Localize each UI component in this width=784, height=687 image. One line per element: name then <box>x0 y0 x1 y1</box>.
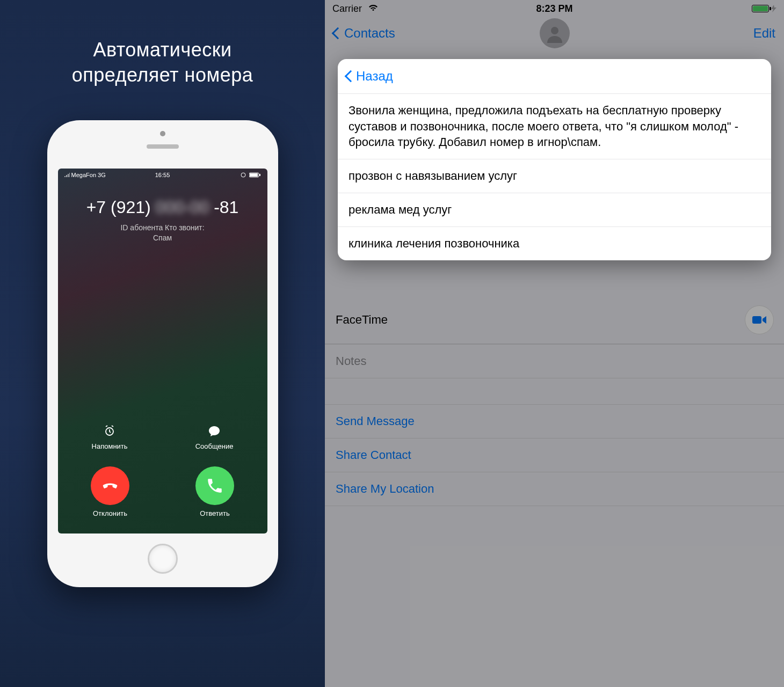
battery-icon <box>249 172 261 178</box>
phone-camera-dot <box>160 131 165 136</box>
remind-button[interactable]: Напомнить <box>92 424 128 450</box>
phone-icon <box>206 477 224 495</box>
alarm-clock-icon <box>103 424 117 438</box>
inner-status-bar: MegaFon 3G 16:55 <box>58 169 267 181</box>
svg-rect-2 <box>250 173 258 177</box>
chevron-left-icon <box>345 70 357 83</box>
decline-button[interactable]: Отклонить <box>91 466 129 517</box>
inner-carrier: MegaFon 3G <box>64 172 106 178</box>
headline-line-2: определяет номера <box>72 63 253 88</box>
phone-down-icon <box>100 476 120 495</box>
inner-time: 16:55 <box>155 172 170 178</box>
caller-id-label: ID абонента Кто звонит: Спам <box>58 223 267 244</box>
promo-headline: Автоматически определяет номера <box>72 38 253 88</box>
headline-line-1: Автоматически <box>72 38 253 63</box>
message-bubble-icon <box>207 424 221 438</box>
report-item[interactable]: клиника лечения позвоночника <box>338 227 771 260</box>
popover-back-button[interactable]: Назад <box>338 59 771 94</box>
incoming-number: +7 (921) 000-00 -81 <box>58 198 267 217</box>
number-blurred: 000-00 <box>156 198 209 217</box>
call-actions: Напомнить Сообщение Отклонить <box>58 424 267 517</box>
home-button[interactable] <box>148 544 178 574</box>
svg-rect-3 <box>259 174 260 176</box>
decline-circle <box>91 466 129 505</box>
svg-point-0 <box>241 173 245 177</box>
message-button[interactable]: Сообщение <box>195 424 234 450</box>
reports-popover: Назад Звонила женщина, предложила подъех… <box>338 59 771 260</box>
accept-circle <box>195 466 234 505</box>
app-screen: Carrier 8:23 PM Contacts Edit FaceTime N… <box>325 0 784 687</box>
phone-screen: MegaFon 3G 16:55 +7 (921) 000-00 -81 ID … <box>58 169 267 533</box>
report-item[interactable]: реклама мед услуг <box>338 193 771 227</box>
answer-button[interactable]: Ответить <box>195 466 234 517</box>
inner-status-right <box>239 172 261 178</box>
signal-icon <box>64 173 70 177</box>
report-main-text: Звонила женщина, предложила подъехать на… <box>338 94 771 159</box>
promo-panel: Автоматически определяет номера MegaFon … <box>0 0 325 687</box>
phone-speaker-slot <box>147 144 179 149</box>
report-item[interactable]: прозвон с навязыванием услуг <box>338 159 771 193</box>
phone-mockup: MegaFon 3G 16:55 +7 (921) 000-00 -81 ID … <box>47 120 278 587</box>
alarm-icon <box>239 172 247 178</box>
